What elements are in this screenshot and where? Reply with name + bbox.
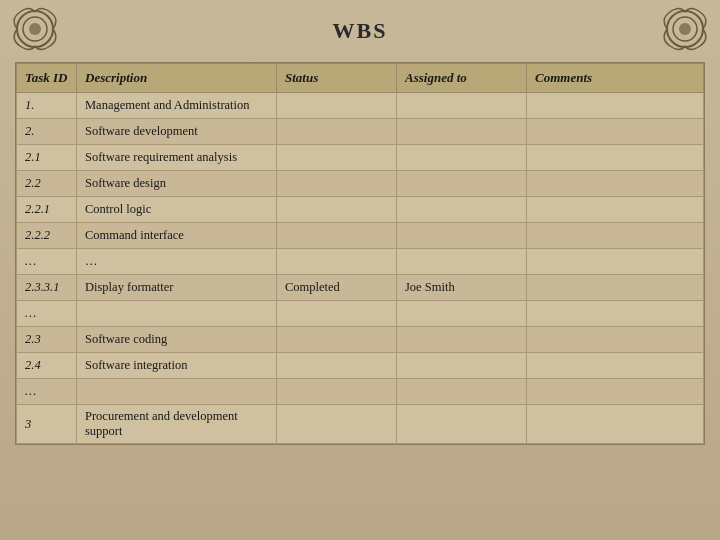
cell-task-id: 2.2.2 — [17, 223, 77, 249]
cell-status — [277, 327, 397, 353]
cell-status — [277, 145, 397, 171]
cell-task-id: 2.1 — [17, 145, 77, 171]
table-row: 2.2Software design — [17, 171, 704, 197]
col-header-description: Description — [77, 64, 277, 93]
cell-task-id: 3 — [17, 405, 77, 444]
cell-task-id: … — [17, 379, 77, 405]
title-area: WBS — [60, 10, 660, 48]
cell-status — [277, 197, 397, 223]
wbs-table-wrapper: Task ID Description Status Assigned to C… — [15, 62, 705, 445]
table-row: 2.Software development — [17, 119, 704, 145]
cell-comments — [527, 119, 704, 145]
cell-task-id: 2.2 — [17, 171, 77, 197]
table-row: 2.4Software integration — [17, 353, 704, 379]
table-header-row: Task ID Description Status Assigned to C… — [17, 64, 704, 93]
table-row: … — [17, 301, 704, 327]
cell-comments — [527, 379, 704, 405]
cell-description — [77, 379, 277, 405]
cell-description — [77, 301, 277, 327]
cell-task-id: 2.2.1 — [17, 197, 77, 223]
cell-assigned-to — [397, 327, 527, 353]
table-row: 2.1Software requirement analysis — [17, 145, 704, 171]
cell-status — [277, 379, 397, 405]
cell-status: Completed — [277, 275, 397, 301]
table-row: 3Procurement and development support — [17, 405, 704, 444]
cell-comments — [527, 145, 704, 171]
cell-description: Procurement and development support — [77, 405, 277, 444]
cell-comments — [527, 171, 704, 197]
cell-task-id: 2.4 — [17, 353, 77, 379]
cell-status — [277, 119, 397, 145]
cell-assigned-to: Joe Smith — [397, 275, 527, 301]
cell-comments — [527, 249, 704, 275]
table-row: …… — [17, 249, 704, 275]
cell-assigned-to — [397, 197, 527, 223]
table-row: … — [17, 379, 704, 405]
cell-assigned-to — [397, 249, 527, 275]
cell-description: Display formatter — [77, 275, 277, 301]
cell-task-id: … — [17, 249, 77, 275]
cell-description: Management and Administration — [77, 93, 277, 119]
cell-assigned-to — [397, 145, 527, 171]
cell-description: Software design — [77, 171, 277, 197]
page-title: WBS — [60, 10, 660, 48]
cell-comments — [527, 197, 704, 223]
cell-status — [277, 353, 397, 379]
col-header-assigned: Assigned to — [397, 64, 527, 93]
cell-description: Software development — [77, 119, 277, 145]
cell-status — [277, 301, 397, 327]
cell-description: Software integration — [77, 353, 277, 379]
table-row: 2.2.2Command interface — [17, 223, 704, 249]
cell-comments — [527, 223, 704, 249]
cell-comments — [527, 353, 704, 379]
table-row: 2.2.1Control logic — [17, 197, 704, 223]
cell-assigned-to — [397, 119, 527, 145]
cell-status — [277, 93, 397, 119]
cell-status — [277, 405, 397, 444]
svg-point-2 — [29, 23, 41, 35]
table-row: 2.3.3.1Display formatterCompletedJoe Smi… — [17, 275, 704, 301]
cell-comments — [527, 275, 704, 301]
cell-task-id: 2.3 — [17, 327, 77, 353]
cell-task-id: 2.3.3.1 — [17, 275, 77, 301]
cell-task-id: 1. — [17, 93, 77, 119]
col-header-comments: Comments — [527, 64, 704, 93]
table-row: 1.Management and Administration — [17, 93, 704, 119]
right-ornament — [660, 4, 710, 54]
cell-comments — [527, 327, 704, 353]
cell-comments — [527, 405, 704, 444]
cell-assigned-to — [397, 405, 527, 444]
cell-task-id: 2. — [17, 119, 77, 145]
cell-description: Control logic — [77, 197, 277, 223]
cell-comments — [527, 93, 704, 119]
cell-description: Software coding — [77, 327, 277, 353]
cell-assigned-to — [397, 301, 527, 327]
cell-status — [277, 171, 397, 197]
cell-assigned-to — [397, 93, 527, 119]
wbs-table: Task ID Description Status Assigned to C… — [16, 63, 704, 444]
col-header-task-id: Task ID — [17, 64, 77, 93]
cell-comments — [527, 301, 704, 327]
cell-status — [277, 249, 397, 275]
col-header-status: Status — [277, 64, 397, 93]
table-row: 2.3Software coding — [17, 327, 704, 353]
cell-assigned-to — [397, 379, 527, 405]
left-ornament — [10, 4, 60, 54]
cell-assigned-to — [397, 223, 527, 249]
cell-description: … — [77, 249, 277, 275]
cell-task-id: … — [17, 301, 77, 327]
cell-description: Software requirement analysis — [77, 145, 277, 171]
cell-status — [277, 223, 397, 249]
cell-assigned-to — [397, 171, 527, 197]
svg-point-5 — [679, 23, 691, 35]
page-container: WBS Task ID Description Status — [0, 0, 720, 540]
cell-description: Command interface — [77, 223, 277, 249]
cell-assigned-to — [397, 353, 527, 379]
top-decorations: WBS — [0, 0, 720, 58]
